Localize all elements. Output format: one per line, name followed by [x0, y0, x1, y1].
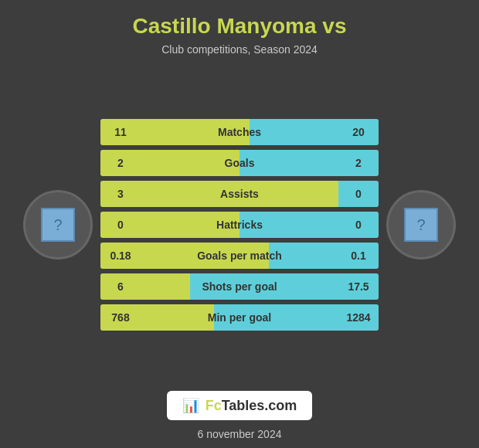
stat-row-min-per-goal: 768 Min per goal 1284 — [100, 304, 379, 331]
stat-right-value: 0 — [338, 212, 379, 238]
stat-left-value: 3 — [100, 181, 141, 207]
stat-row-hattricks: 0 Hattricks 0 — [100, 212, 379, 238]
stat-left-value: 2 — [100, 150, 141, 176]
brand-icon: 📊 — [182, 397, 199, 414]
stat-left-value: 11 — [100, 119, 141, 145]
stat-left-value: 0 — [100, 212, 141, 238]
player-left-avatar: ? — [23, 190, 93, 260]
stat-center-label: Assists — [141, 181, 338, 207]
brand-text: FcTables.com — [206, 398, 297, 414]
stat-right-value: 1284 — [338, 304, 379, 331]
stat-center-label: Min per goal — [141, 304, 338, 331]
stat-label: Assists — [141, 181, 338, 207]
player-right-avatar: ? — [386, 190, 456, 260]
date-label: 6 november 2024 — [198, 428, 282, 440]
stats-area: ? 11 Matches 20 2 Goals 2 3 A — [0, 68, 479, 382]
stat-center-label: Hattricks — [141, 212, 338, 238]
stat-left-value: 6 — [100, 273, 141, 300]
stat-right-value: 0.1 — [338, 243, 379, 269]
player-left-placeholder: ? — [41, 208, 75, 242]
player-right-placeholder: ? — [404, 208, 438, 242]
stat-right-value: 2 — [338, 150, 379, 176]
stat-right-value: 0 — [338, 181, 379, 207]
stat-row-shots-per-goal: 6 Shots per goal 17.5 — [100, 273, 379, 300]
stat-center-label: Shots per goal — [141, 273, 338, 300]
page-subtitle: Club competitions, Season 2024 — [161, 43, 318, 56]
stat-label: Hattricks — [141, 212, 338, 238]
stat-label: Min per goal — [141, 304, 338, 331]
stat-row-matches: 11 Matches 20 — [100, 119, 379, 145]
branding-box: 📊 FcTables.com — [167, 391, 313, 420]
stat-right-value: 20 — [338, 119, 379, 145]
stat-left-value: 768 — [100, 304, 141, 331]
stat-row-assists: 3 Assists 0 — [100, 181, 379, 207]
page-title: Castillo Manyoma vs — [133, 14, 347, 39]
stat-left-value: 0.18 — [100, 243, 141, 269]
stat-center-label: Goals — [141, 150, 338, 176]
stat-center-label: Matches — [141, 119, 338, 145]
stat-center-label: Goals per match — [141, 243, 338, 269]
brand-highlight: Fc — [206, 398, 222, 413]
stat-row-goals: 2 Goals 2 — [100, 150, 379, 176]
stat-label: Goals per match — [141, 243, 338, 269]
main-container: Castillo Manyoma vs Club competitions, S… — [0, 0, 479, 448]
stat-right-value: 17.5 — [338, 273, 379, 300]
stat-label: Goals — [141, 150, 338, 176]
stat-label: Shots per goal — [141, 273, 338, 300]
stats-rows: 11 Matches 20 2 Goals 2 3 Assists 0 — [100, 119, 379, 331]
stat-label: Matches — [141, 119, 338, 145]
stat-row-goals-per-match: 0.18 Goals per match 0.1 — [100, 243, 379, 269]
